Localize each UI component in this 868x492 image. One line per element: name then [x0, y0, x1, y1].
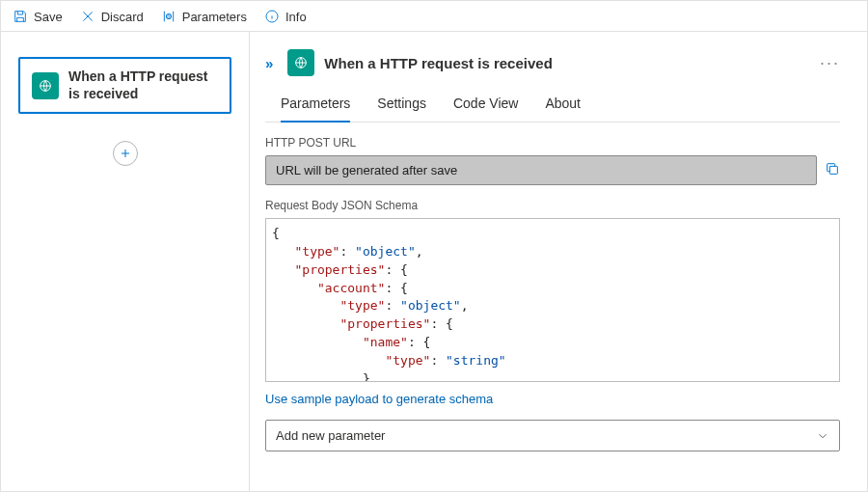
add-parameter-label: Add new parameter: [276, 428, 385, 443]
http-request-icon: [287, 49, 314, 76]
close-icon: [80, 9, 95, 24]
copy-url-button[interactable]: [825, 161, 840, 179]
save-label: Save: [34, 10, 63, 24]
tab-parameters[interactable]: Parameters: [281, 90, 350, 123]
add-step-button[interactable]: [113, 141, 138, 166]
tab-settings[interactable]: Settings: [377, 90, 426, 122]
info-label: Info: [285, 10, 307, 24]
save-button[interactable]: Save: [13, 9, 63, 24]
discard-button[interactable]: Discard: [80, 9, 144, 24]
tab-code-view[interactable]: Code View: [453, 90, 518, 122]
main: When a HTTP request is received » When a…: [1, 32, 867, 491]
info-icon: [264, 9, 280, 24]
details-panel: » When a HTTP request is received ··· Pa…: [250, 32, 867, 491]
collapse-icon[interactable]: »: [265, 55, 272, 71]
use-sample-payload-link[interactable]: Use sample payload to generate schema: [265, 392, 493, 406]
panel-header: » When a HTTP request is received ···: [265, 49, 840, 76]
panel-title: When a HTTP request is received: [324, 55, 552, 71]
schema-editor[interactable]: { "type": "object", "properties": { "acc…: [265, 218, 840, 382]
add-parameter-dropdown[interactable]: Add new parameter: [265, 420, 840, 451]
info-button[interactable]: Info: [264, 9, 307, 24]
trigger-title: When a HTTP request is received: [68, 68, 218, 102]
svg-rect-5: [829, 166, 837, 174]
parameters-button[interactable]: @ Parameters: [161, 9, 247, 24]
toolbar: Save Discard @ Parameters Info: [1, 1, 867, 32]
save-icon: [13, 9, 28, 24]
parameters-icon: @: [161, 9, 176, 24]
tab-about[interactable]: About: [545, 90, 581, 122]
copy-icon: [825, 161, 840, 177]
more-menu-button[interactable]: ···: [820, 53, 840, 73]
panel-tabs: Parameters Settings Code View About: [265, 90, 840, 123]
http-request-icon: [32, 72, 59, 99]
plus-icon: [119, 147, 132, 160]
schema-field-label: Request Body JSON Schema: [265, 199, 840, 212]
url-row: URL will be generated after save: [265, 155, 840, 185]
svg-text:@: @: [166, 14, 171, 19]
trigger-card[interactable]: When a HTTP request is received: [18, 57, 231, 114]
discard-label: Discard: [101, 10, 144, 24]
parameters-label: Parameters: [182, 10, 247, 24]
designer-canvas: When a HTTP request is received: [1, 32, 250, 491]
url-field-label: HTTP POST URL: [265, 136, 840, 150]
chevron-down-icon: [816, 429, 829, 443]
http-post-url-field: URL will be generated after save: [265, 155, 817, 185]
